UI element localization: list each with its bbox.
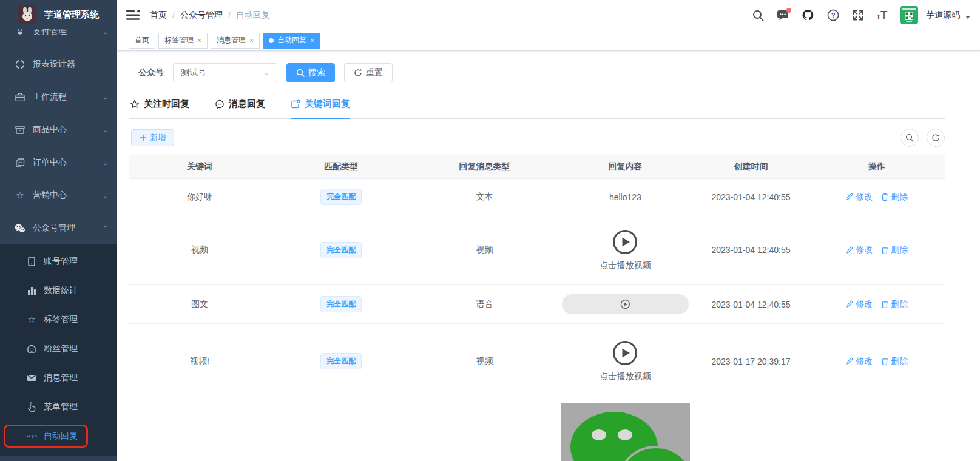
- delete-button[interactable]: 删除: [881, 356, 908, 367]
- col-created-time: 创建时间: [694, 161, 809, 172]
- breadcrumb-separator: /: [228, 10, 231, 20]
- table-row: 视频! 完全匹配 视频 点击播放视频 2023-01-17 20:39:17 修…: [129, 324, 945, 399]
- breadcrumb-separator: /: [172, 10, 175, 20]
- avatar[interactable]: [900, 6, 918, 24]
- breadcrumb-home[interactable]: 首页: [150, 10, 167, 21]
- refresh-icon: [931, 133, 940, 142]
- sidebar-item-data-statistics[interactable]: 数据统计: [0, 276, 117, 305]
- col-keyword: 关键词: [129, 161, 271, 172]
- wechat-icon: [13, 223, 27, 234]
- reply-tabs: 关注时回复 消息回复 关键词回复: [129, 98, 945, 119]
- match-type-badge: 完全匹配: [320, 296, 362, 312]
- chevron-down-icon: ⌄: [103, 192, 108, 200]
- active-dot: [269, 38, 274, 43]
- user-name[interactable]: 芋道源码: [926, 10, 960, 21]
- sidebar-item-product-center[interactable]: 商品中心 ⌄: [0, 113, 117, 146]
- briefcase-icon: [13, 92, 27, 103]
- reset-button[interactable]: 重置: [344, 63, 393, 82]
- refresh-button[interactable]: [927, 129, 945, 147]
- font-size-icon[interactable]: тT: [877, 9, 887, 22]
- sidebar-item-tag-management[interactable]: ☆ 标签管理: [0, 305, 117, 334]
- chevron-up-icon: ⌃: [103, 224, 108, 232]
- close-icon[interactable]: ×: [310, 37, 314, 44]
- delete-button[interactable]: 删除: [881, 244, 908, 255]
- bar-chart-icon: [25, 285, 38, 296]
- tag-label-management[interactable]: 标签管理 ×: [158, 33, 208, 49]
- match-type-badge: 完全匹配: [320, 242, 362, 258]
- tab-follow-reply[interactable]: 关注时回复: [130, 98, 189, 118]
- github-icon[interactable]: [802, 9, 814, 21]
- sidebar-item-workflow[interactable]: 工作流程 ⌄: [0, 81, 117, 113]
- envelope-icon: [25, 372, 38, 383]
- audio-player[interactable]: [562, 294, 689, 314]
- account-select[interactable]: 测试号 ⌄: [173, 63, 277, 82]
- sidebar-collapse-icon[interactable]: [126, 9, 140, 21]
- fullscreen-icon[interactable]: [852, 9, 864, 21]
- search-button[interactable]: 搜索: [286, 63, 335, 82]
- wechat-image-preview: [561, 403, 690, 461]
- sidebar-item-report-designer[interactable]: 报表设计器: [0, 48, 117, 81]
- keyword-reply-icon: [291, 99, 300, 109]
- notification-badge: [786, 8, 791, 13]
- phone-icon: [25, 256, 38, 267]
- table-row: 图文 完全匹配 语音 2023-01-04 12:40:55 修改: [129, 285, 945, 324]
- tab-message-reply[interactable]: 消息回复: [215, 98, 265, 118]
- edit-icon: [845, 357, 853, 365]
- trash-icon: [881, 300, 888, 308]
- trash-icon: [881, 193, 888, 201]
- close-icon[interactable]: ×: [249, 37, 254, 44]
- table-row: 视频 完全匹配 视频 点击播放视频 2023-01-04 12:40:55 修改: [129, 215, 945, 285]
- message-icon[interactable]: [777, 10, 789, 21]
- edit-button[interactable]: 修改: [845, 192, 873, 203]
- sidebar-item-mp-management[interactable]: 公众号管理 ⌃: [0, 212, 117, 244]
- tag-message-management[interactable]: 消息管理 ×: [211, 33, 260, 49]
- tag-auto-reply[interactable]: 自动回复 ×: [263, 33, 320, 49]
- delete-button[interactable]: 删除: [881, 192, 908, 203]
- video-player-placeholder[interactable]: 点击播放视频: [600, 340, 651, 382]
- star-icon: ☆: [13, 190, 27, 201]
- col-match-type: 匹配类型: [271, 161, 412, 172]
- app-title: 芋道管理系统: [44, 9, 99, 21]
- toggle-search-button[interactable]: [901, 129, 919, 147]
- sidebar-item-account-management[interactable]: 账号管理: [0, 247, 117, 276]
- help-icon[interactable]: ?: [827, 9, 839, 21]
- box-icon: [13, 124, 27, 135]
- trash-icon: [881, 246, 888, 254]
- sidebar-item-fans-management[interactable]: 粉丝管理: [0, 334, 117, 363]
- edit-button[interactable]: 修改: [845, 356, 873, 367]
- add-button[interactable]: 新增: [131, 129, 174, 146]
- svg-text:?: ?: [831, 12, 835, 19]
- chevron-down-icon: ⌄: [103, 126, 108, 134]
- chevron-down-icon: ⌄: [103, 93, 108, 101]
- col-reply-content: 回复内容: [557, 161, 694, 172]
- match-type-badge: 完全匹配: [320, 353, 362, 369]
- match-type-badge: 完全匹配: [320, 189, 362, 205]
- edit-button[interactable]: 修改: [845, 299, 873, 310]
- video-player-placeholder[interactable]: 点击播放视频: [600, 229, 651, 271]
- col-reply-type: 回复消息类型: [412, 161, 557, 172]
- sidebar-item-auto-reply[interactable]: 自动回复: [0, 422, 117, 451]
- search-icon: [296, 69, 305, 77]
- keyword-reply-table: 关键词 匹配类型 回复消息类型 回复内容 创建时间 操作 你好呀 完全匹配 文本…: [129, 155, 945, 461]
- toolbar-right: [893, 129, 945, 147]
- tag-home[interactable]: 首页: [129, 33, 155, 49]
- close-icon[interactable]: ×: [197, 37, 201, 44]
- play-circle-icon: [612, 340, 638, 366]
- breadcrumb-mp-management[interactable]: 公众号管理: [180, 10, 223, 21]
- table-row: [129, 399, 945, 461]
- plus-icon: [140, 134, 147, 141]
- edit-icon: [845, 193, 853, 201]
- play-circle-icon: [620, 299, 630, 309]
- table-row: 你好呀 完全匹配 文本 hello123 2023-01-04 12:40:55…: [129, 179, 945, 215]
- sidebar-item-order-center[interactable]: 订单中心 ⌄: [0, 146, 117, 179]
- tab-keyword-reply[interactable]: 关键词回复: [291, 98, 350, 118]
- sidebar-item-message-management[interactable]: 消息管理: [0, 363, 117, 392]
- page-content: 公众号 测试号 ⌄ 搜索 重置 关注时回复 消息回复: [117, 51, 980, 461]
- tags-view-bar: 首页 标签管理 × 消息管理 × 自动回复 ×: [117, 30, 980, 51]
- search-icon[interactable]: [752, 10, 764, 21]
- table-toolbar: 新增: [129, 129, 945, 147]
- sidebar-item-marketing-center[interactable]: ☆ 营销中心 ⌄: [0, 179, 117, 212]
- delete-button[interactable]: 删除: [881, 299, 908, 310]
- sidebar-item-menu-management[interactable]: 菜单管理: [0, 392, 117, 422]
- edit-button[interactable]: 修改: [845, 244, 873, 255]
